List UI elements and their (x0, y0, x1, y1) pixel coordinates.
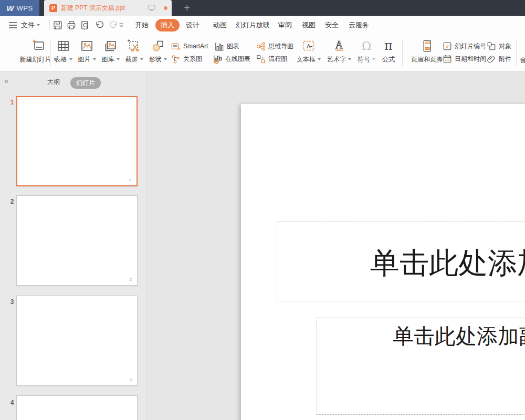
relation-chart-button[interactable]: 关系图 (171, 53, 202, 65)
subtitle-placeholder-text[interactable]: 单击此处添加副标题 (393, 322, 525, 351)
textbox-button[interactable]: A 文本框 (295, 37, 322, 64)
picture-icon (80, 37, 94, 55)
smartart-label: SmartArt (183, 43, 208, 50)
present-monitor-icon[interactable] (148, 4, 156, 12)
slide-3-number: 3 (8, 298, 16, 306)
screenshot-label: 截屏 (125, 55, 138, 64)
tab-review[interactable]: 审阅 (278, 16, 292, 35)
symbol-caret-icon (372, 58, 375, 60)
ppt-file-icon: P (49, 4, 57, 12)
wordart-icon: A (332, 37, 346, 55)
quick-toolbar-options-caret[interactable] (119, 16, 124, 35)
tab-animation[interactable]: 动画 (213, 16, 227, 35)
tab-home[interactable]: 开始 (135, 16, 149, 35)
online-chart-icon (213, 54, 223, 64)
tab-slideshow[interactable]: 幻灯片放映 (236, 16, 270, 35)
titlebar: W WPS P 新建 PPT 演示文稿.ppt + (0, 0, 525, 16)
slide-2-number: 2 (8, 198, 16, 205)
slide-4-thumbnail[interactable] (16, 395, 138, 420)
ribbon-divider (516, 39, 517, 66)
formula-button[interactable]: π 公式 (378, 37, 399, 64)
datetime-label: 日期和时间 (455, 55, 486, 64)
audio-button-partial[interactable]: 音 (520, 55, 525, 66)
picture-button[interactable]: 图片 (75, 37, 99, 64)
smartart-button[interactable]: SmartArt (171, 40, 208, 52)
relation-chart-label: 关系图 (183, 55, 202, 64)
symbol-omega-icon: Ω (362, 37, 371, 55)
screenshot-caret-icon (140, 58, 143, 60)
smartart-icon (171, 41, 181, 51)
redo-button[interactable] (108, 20, 119, 30)
gallery-button[interactable]: 图库 (99, 37, 122, 64)
document-tab[interactable]: P 新建 PPT 演示文稿.ppt (44, 0, 172, 16)
attachment-label: 附件 (499, 55, 511, 64)
online-chart-button[interactable]: 在线图表 (213, 53, 250, 65)
shapes-label: 形状 (149, 55, 162, 64)
title-placeholder-text[interactable]: 单击此处添加标题 (370, 244, 525, 284)
table-label: 表格 (55, 55, 67, 64)
tab-insert[interactable]: 插入 (155, 19, 180, 32)
svg-text:#: # (446, 44, 449, 49)
formula-label: 公式 (382, 55, 395, 64)
print-button[interactable] (66, 20, 77, 30)
tab-design[interactable]: 设计 (186, 16, 200, 35)
object-button[interactable]: 对象 (487, 40, 511, 52)
formula-pi-icon: π (384, 37, 393, 55)
svg-text:A: A (335, 39, 343, 50)
header-footer-button[interactable]: 页眉和页脚 (408, 37, 445, 64)
datetime-button[interactable]: 日期和时间 (443, 53, 486, 65)
svg-text:A: A (307, 43, 311, 49)
chart-label: 图表 (227, 42, 239, 51)
slide-1-number: 1 (8, 99, 16, 106)
screenshot-icon (127, 37, 141, 55)
symbol-button[interactable]: Ω 符号 (355, 37, 378, 64)
slide-panel: « 大纲 幻灯片 1 1 2 2 3 3 4 (0, 72, 147, 420)
menubar: 文件 开始 插入 设计 动画 幻灯片放映 审阅 视图 安全 云服务 (0, 16, 525, 35)
tab-slides[interactable]: 幻灯片 (70, 77, 101, 89)
tab-outline[interactable]: 大纲 (47, 78, 60, 87)
undo-button[interactable] (94, 20, 105, 30)
slide-number-button[interactable]: # 幻灯片编号 (443, 40, 486, 52)
slide-3-thumbnail[interactable]: 3 (16, 296, 138, 386)
slide-4-number: 4 (8, 399, 16, 406)
slide-1-page-number: 1 (129, 177, 131, 182)
gallery-caret-icon (117, 58, 120, 60)
flowchart-icon (256, 54, 266, 64)
flowchart-button[interactable]: 流程图 (256, 53, 287, 65)
mindmap-button[interactable]: 思维导图 (256, 40, 293, 52)
online-chart-label: 在线图表 (225, 55, 250, 64)
save-button[interactable] (52, 20, 63, 30)
gallery-label: 图库 (102, 55, 114, 64)
slide-editing-area: 单击此处添加标题 单击此处添加副标题 (148, 72, 525, 420)
print-preview-button[interactable] (80, 20, 90, 30)
main-menu-button[interactable]: 文件 (8, 16, 40, 35)
mindmap-icon (256, 41, 266, 51)
header-footer-label: 页眉和页脚 (411, 55, 443, 64)
table-button[interactable]: 表格 (51, 37, 75, 64)
slide-2-page-number: 2 (130, 277, 132, 282)
object-label: 对象 (499, 42, 511, 51)
slide-1-thumbnail[interactable]: 1 (16, 96, 138, 186)
file-menu-label: 文件 (21, 20, 35, 30)
chart-button[interactable]: 图表 (214, 40, 239, 52)
flowchart-label: 流程图 (268, 55, 287, 64)
collapse-panel-button[interactable]: « (4, 76, 8, 85)
tab-cloud[interactable]: 云服务 (349, 16, 369, 35)
slide-2-thumbnail[interactable]: 2 (16, 195, 138, 286)
table-caret-icon (69, 58, 72, 60)
shapes-button[interactable]: 形状 (146, 37, 170, 64)
tab-view[interactable]: 视图 (302, 16, 316, 35)
wps-logo[interactable]: W WPS (0, 0, 39, 16)
datetime-calendar-icon (443, 54, 452, 64)
tab-security[interactable]: 安全 (325, 16, 339, 35)
wps-logo-icon: W (6, 4, 14, 13)
new-tab-button[interactable]: + (176, 0, 197, 16)
attachment-button[interactable]: 附件 (487, 53, 511, 65)
wordart-label: 艺术字 (327, 55, 346, 64)
slide-page[interactable]: 单击此处添加标题 单击此处添加副标题 (241, 104, 525, 420)
screenshot-button[interactable]: 截屏 (122, 37, 146, 64)
wordart-caret-icon (348, 58, 351, 60)
wordart-button[interactable]: A 艺术字 (326, 37, 353, 64)
new-slide-label: 新建幻灯片 (20, 55, 51, 64)
picture-label: 图片 (78, 55, 91, 64)
